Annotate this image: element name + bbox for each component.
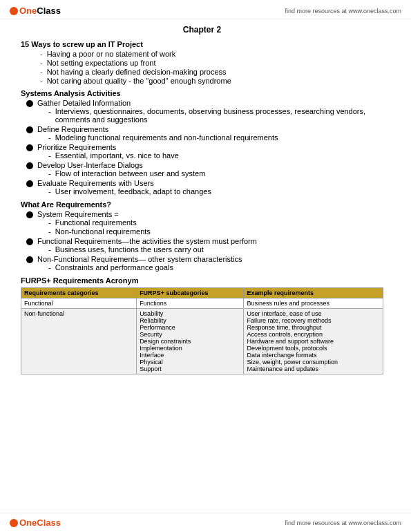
table-cell-examples: Business rules and processes (244, 298, 383, 309)
list-item: Functional requirements (48, 218, 151, 227)
list-item: Evaluate Requirements with Users User in… (26, 179, 383, 196)
table-cell-subcategories: Functions (137, 298, 244, 309)
list-item: Define Requirements Modeling functional … (26, 125, 383, 142)
table-cell-category: Functional (21, 298, 137, 309)
bullet-icon (26, 238, 33, 245)
table-cell-subcategories: Usability Reliability Performance Securi… (137, 309, 244, 374)
list-item: Business uses, functions the users carry… (48, 245, 257, 254)
bullet-icon (26, 211, 33, 218)
list-item: Non-functional requirements (48, 227, 151, 236)
list-item: Essential, important, vs. nice to have (48, 151, 179, 160)
page-content: Chapter 2 15 Ways to screw up an IT Proj… (0, 19, 411, 380)
section1-heading: 15 Ways to screw up an IT Project (21, 40, 383, 48)
footer-tagline: find more resources at www.oneclass.com (285, 520, 401, 526)
chapter-title: Chapter 2 (21, 25, 383, 35)
list-item: Not caring about quality - the "good" en… (40, 77, 383, 85)
list-item: Modeling functional requirements and non… (48, 133, 278, 142)
bullet-icon (26, 100, 33, 107)
footer-logo-text: OneClass (19, 517, 61, 528)
bullet-icon (26, 256, 33, 263)
list-item: Constraints and performance goals (48, 263, 242, 272)
footer-logo-dot-icon (10, 519, 18, 527)
list-item: Flow of interaction between user and sys… (48, 169, 205, 178)
logo: OneClass (10, 6, 61, 16)
bullet-icon (26, 144, 33, 151)
list-item: Not having a clearly defined decision-ma… (40, 68, 383, 76)
footer-logo: OneClass (10, 517, 61, 528)
list-item: Interviews, questionnaires, documents, o… (48, 107, 383, 124)
furps-table: Requirements categories FURPS+ subcatego… (21, 287, 383, 374)
section4-heading: FURPS+ Requirements Acronym (21, 276, 383, 285)
list-item: Develop User-Interface Dialogs Flow of i… (26, 161, 383, 178)
list-item: Not setting expectations up front (40, 59, 383, 67)
table-cell-category: Non-functional (21, 309, 137, 374)
list-item: Functional Requirements—the activities t… (26, 237, 383, 254)
list-item: Prioritize Requirements Essential, impor… (26, 143, 383, 160)
table-row: Functional Functions Business rules and … (21, 298, 383, 309)
list-item: Non-Functional Requirements— other syste… (26, 255, 383, 272)
section3-heading: What Are Requirements? (21, 200, 383, 209)
page-footer: OneClass find more resources at www.onec… (0, 513, 411, 532)
list-item: User involvement, feedback, adapt to cha… (48, 187, 211, 196)
logo-text: OneClass (19, 6, 61, 16)
list-item: Gather Detailed Information Interviews, … (26, 99, 383, 124)
table-row: Non-functional Usability Reliability Per… (21, 309, 383, 374)
bullet-icon (26, 126, 33, 133)
section1-list: Having a poor or no statement of work No… (40, 50, 383, 85)
header-tagline: find more resources at www.oneclass.com (285, 8, 401, 15)
section2-list: Gather Detailed Information Interviews, … (26, 99, 383, 196)
table-header-examples: Example requirements (244, 288, 383, 298)
section3-list: System Requirements = Functional require… (26, 210, 383, 272)
list-item: System Requirements = Functional require… (26, 210, 383, 236)
bullet-icon (26, 162, 33, 169)
list-item: Having a poor or no statement of work (40, 50, 383, 58)
section2-heading: Systems Analysis Activities (21, 89, 383, 97)
logo-dot-icon (10, 7, 18, 15)
table-header-subcategories: FURPS+ subcategories (137, 288, 244, 298)
table-cell-examples: User Interface, ease of use Failure rate… (244, 309, 383, 374)
bullet-icon (26, 180, 33, 187)
table-header-categories: Requirements categories (21, 288, 137, 298)
page-header: OneClass find more resources at www.onec… (0, 0, 411, 19)
